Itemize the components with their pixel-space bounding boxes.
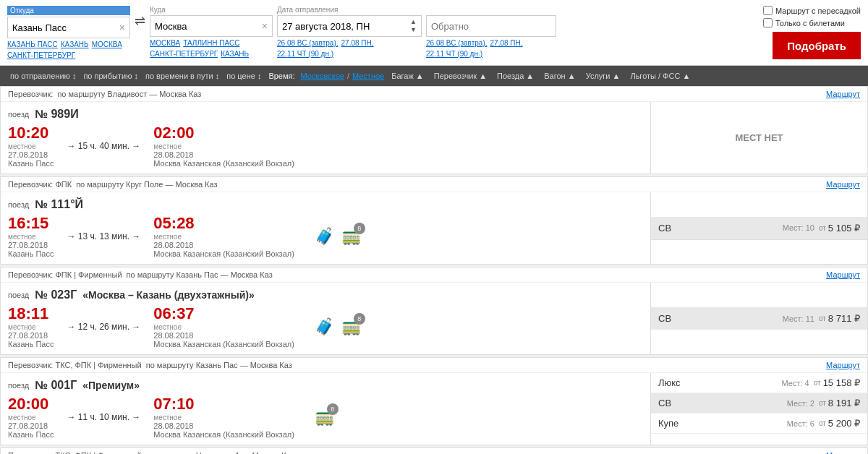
to-clear-btn[interactable]: × <box>262 20 268 32</box>
search-button[interactable]: Подобрать <box>773 32 861 59</box>
train-card-1: Перевозчик: по маршруту Владивост — Моск… <box>0 86 868 174</box>
to-input[interactable] <box>155 21 262 32</box>
train-4-arrive-type: местное <box>153 414 294 421</box>
train-1-depart-time: 10:20 <box>8 124 54 142</box>
date-up-arrow[interactable]: ▲ <box>410 18 417 26</box>
date-sub-link-1[interactable]: 26.08 ВС (завтра), <box>277 39 339 47</box>
train-4-seat-lux[interactable]: Люкс Мест: 4 от 15 158 ₽ <box>651 373 867 393</box>
seat-class-4-sv: СВ <box>658 398 787 408</box>
train-4-arrive-station: Москва Казанская (Казанский Вокзал) <box>153 430 294 439</box>
train-1-num-label: поезд <box>8 110 29 119</box>
train-3-body: поезд № 023Г «Москва – Казань (двухэтажн… <box>1 283 867 354</box>
checkbox-transfer[interactable] <box>763 6 773 15</box>
train-3-main: поезд № 023Г «Москва – Казань (двухэтажн… <box>1 283 650 354</box>
train-2-route-link[interactable]: Маршрут <box>826 180 860 189</box>
sort-time-moscow[interactable]: Московское <box>299 70 346 82</box>
train-4-depart: 20:00 местное 27.08.2018 Казань Пасс <box>8 395 54 439</box>
seat-class-sv: СВ <box>658 223 783 234</box>
train-3-arrive-time: 06:37 <box>153 304 294 323</box>
seat-count-4-lux: Мест: 4 <box>782 379 809 387</box>
train-1-main: поезд № 989И 10:20 местное 27.08.2018 Ка… <box>1 102 650 174</box>
train-2-carrier-label: Перевозчик: ФПК <box>8 180 72 189</box>
from-sub-link-3[interactable]: МОСКВА <box>92 40 122 48</box>
seat-from-4-sv: от <box>819 399 826 407</box>
train-5-route-link[interactable]: Маршрут <box>826 451 860 454</box>
train-1-number-row: поезд № 989И <box>8 108 643 121</box>
swap-icon[interactable]: ⇌ <box>135 13 145 29</box>
sort-bar: по отправлению ↕ по прибытию ↕ по времен… <box>0 66 868 86</box>
sort-time-local[interactable]: Местное <box>351 70 386 82</box>
train-4-seats-panel: Люкс Мест: 4 от 15 158 ₽ СВ Мест: 2 от 8… <box>650 373 867 445</box>
date-sub-link-2[interactable]: 27.08 ПН, <box>341 39 374 47</box>
train-1-route-link[interactable]: Маршрут <box>826 90 860 98</box>
train-1-times-row: 10:20 местное 27.08.2018 Казань Пасс → 1… <box>8 124 643 168</box>
train-2-bag-icon: 🧳 <box>315 227 334 246</box>
sort-travel-time[interactable]: по времени в пути ↕ <box>142 70 222 82</box>
train-1-arrive-date: 28.08.2018 <box>153 150 294 159</box>
to-sub-link-1[interactable]: МОСКВА <box>150 39 180 47</box>
seat-count-3-sv: Мест: 11 <box>783 314 814 323</box>
checkbox-transfer-label[interactable]: Маршрут с пересадкой <box>763 6 861 15</box>
train-3-depart-time: 18:11 <box>8 304 54 323</box>
return-input[interactable] <box>431 21 553 32</box>
train-1-depart-station: Казань Пасс <box>8 159 54 168</box>
train-4-name: «Премиум» <box>82 380 140 391</box>
return-sub-link-3[interactable]: 22.11 ЧТ (90 дн.) <box>426 50 482 58</box>
train-3-depart: 18:11 местное 27.08.2018 Казань Пасс <box>8 304 54 348</box>
sort-baggage[interactable]: Багаж ▲ <box>387 70 428 82</box>
seat-price-4-kupe: 5 200 ₽ <box>828 418 860 429</box>
checkbox-tickets-label[interactable]: Только с билетами <box>763 18 861 27</box>
to-sub-link-3[interactable]: САНКТ-ПЕТЕРБУРГ <box>150 50 218 58</box>
from-sub-link-1[interactable]: КАЗАНЬ ПАСС <box>7 40 58 48</box>
train-3-times-row: 18:11 местное 27.08.2018 Казань Пасс → 1… <box>8 304 643 348</box>
train-3-route-link[interactable]: Маршрут <box>826 270 860 279</box>
from-clear-btn[interactable]: × <box>119 22 125 33</box>
train-3-icons: 🧳 🚃 8 <box>315 317 361 336</box>
date-input[interactable] <box>282 21 407 32</box>
sort-arrival[interactable]: по прибытию ↕ <box>80 70 141 82</box>
from-sub-link-4[interactable]: САНКТ-ПЕТЕРБУРГ <box>7 51 75 59</box>
sort-departure[interactable]: по отправлению ↕ <box>7 70 79 82</box>
return-sub-link-2[interactable]: 27.08 ПН, <box>490 39 523 47</box>
sort-discounts[interactable]: Льготы / ФСС ▲ <box>626 70 694 82</box>
train-2-arrive-time: 05:28 <box>153 214 294 233</box>
return-sub-link-1[interactable]: 26.08 ВС (завтра), <box>426 39 488 47</box>
train-1-arrive: 02:00 местное 28.08.2018 Москва Казанска… <box>153 124 294 168</box>
train-1-depart-type: местное <box>8 142 54 150</box>
from-input[interactable] <box>12 22 116 33</box>
seat-price-4-lux: 15 158 ₽ <box>823 377 860 388</box>
seat-class-3-sv: СВ <box>658 313 783 324</box>
seat-price-sv: 5 105 ₽ <box>828 223 860 234</box>
date-down-arrow[interactable]: ▼ <box>410 26 417 34</box>
train-2-header: Перевозчик: ФПК по маршруту Круг Поле — … <box>1 177 867 192</box>
from-sub-link-2[interactable]: КАЗАНЬ <box>61 40 89 48</box>
sort-carrier[interactable]: Перевозчик ▲ <box>430 70 491 82</box>
sort-car[interactable]: Вагон ▲ <box>540 70 579 82</box>
sort-time-sep: / <box>347 72 349 80</box>
train-4-route-link[interactable]: Маршрут <box>826 361 860 369</box>
train-4-arrive-date: 28.08.2018 <box>153 421 294 430</box>
sort-price[interactable]: по цене ↕ <box>224 70 264 82</box>
from-field-box: × <box>7 17 130 38</box>
to-sub-link-4[interactable]: КАЗАНЬ <box>221 50 249 58</box>
date-field-box: ▲ ▼ <box>277 15 422 37</box>
train-2-arrive: 05:28 местное 28.08.2018 Москва Казанска… <box>153 214 294 258</box>
to-sub-link-2[interactable]: ТАЛЛИНН ПАСС <box>183 39 239 47</box>
train-4-seat-kupe[interactable]: Купе Мест: 6 от 5 200 ₽ <box>651 414 867 434</box>
train-2-carrier: по маршруту Круг Поле — Москва Каз <box>76 180 217 189</box>
train-1-arrive-time: 02:00 <box>153 124 294 142</box>
sort-services[interactable]: Услуги ▲ <box>582 70 625 82</box>
train-2-seat-sv[interactable]: СВ Мест: 10 от 5 105 ₽ <box>651 217 867 240</box>
train-3-seat-sv[interactable]: СВ Мест: 11 от 8 711 ₽ <box>651 307 867 330</box>
train-3-duration: → 12 ч. 26 мин. → <box>59 322 148 332</box>
checkbox-tickets[interactable] <box>763 18 773 27</box>
to-label: Куда <box>150 6 273 14</box>
train-4-arrive: 07:10 местное 28.08.2018 Москва Казанска… <box>153 395 294 439</box>
train-card-2: Перевозчик: ФПК по маршруту Круг Поле — … <box>0 176 868 265</box>
date-sub-link-3[interactable]: 22.11 ЧТ (90 дн.) <box>277 50 333 58</box>
top-bar: Откуда × КАЗАНЬ ПАСС КАЗАНЬ МОСКВА САНКТ… <box>0 0 868 66</box>
sort-trains[interactable]: Поезда ▲ <box>493 70 538 82</box>
train-2-number-row: поезд № 111°Й <box>8 198 643 211</box>
train-4-seat-sv[interactable]: СВ Мест: 2 от 8 191 ₽ <box>651 393 867 414</box>
seat-count-4-kupe: Мест: 6 <box>787 419 814 428</box>
